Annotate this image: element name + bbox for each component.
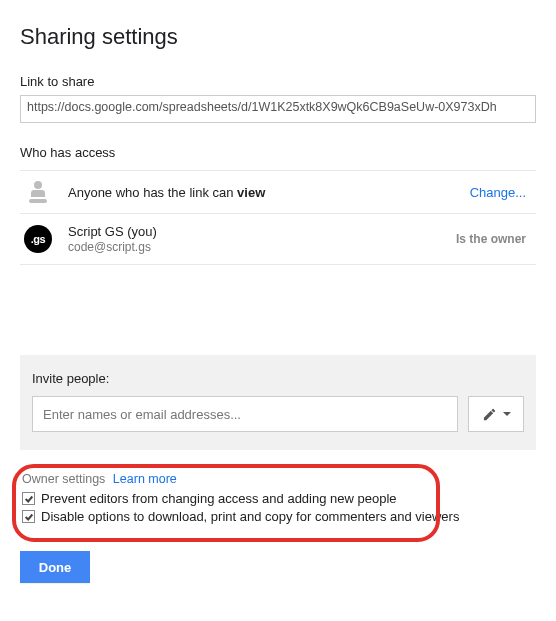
access-row-public-link: Anyone who has the link can view Change.… (20, 170, 536, 213)
owner-option-row: Disable options to download, print and c… (22, 509, 534, 524)
access-text-role: view (237, 185, 265, 200)
owner-option-row: Prevent editors from changing access and… (22, 491, 534, 506)
check-icon (24, 494, 34, 504)
who-has-access-label: Who has access (20, 145, 536, 160)
checkbox-disable-download[interactable] (22, 510, 35, 523)
access-row-owner: .gs Script GS (you) code@script.gs Is th… (20, 213, 536, 264)
owner-email: code@script.gs (68, 240, 456, 254)
owner-option-label: Disable options to download, print and c… (41, 509, 459, 524)
done-button[interactable]: Done (20, 551, 90, 583)
checkbox-prevent-editors[interactable] (22, 492, 35, 505)
access-list: Anyone who has the link can view Change.… (20, 170, 536, 265)
chevron-down-icon (503, 412, 511, 416)
pencil-icon (482, 407, 497, 422)
invite-label: Invite people: (32, 371, 524, 386)
invite-block: Invite people: Enter names or email addr… (20, 355, 536, 450)
public-link-icon (22, 181, 54, 203)
owner-option-label: Prevent editors from changing access and… (41, 491, 397, 506)
owner-settings-heading: Owner settings (22, 472, 105, 486)
change-access-link[interactable]: Change... (470, 185, 534, 200)
owner-name: Script GS (you) (68, 224, 456, 239)
link-to-share-label: Link to share (20, 74, 536, 89)
page-title: Sharing settings (20, 24, 536, 50)
learn-more-link[interactable]: Learn more (113, 472, 177, 486)
permission-dropdown[interactable] (468, 396, 524, 432)
invite-input[interactable]: Enter names or email addresses... (32, 396, 458, 432)
owner-avatar-icon: .gs (22, 225, 54, 253)
access-text-prefix: Anyone who has the link can (68, 185, 237, 200)
check-icon (24, 512, 34, 522)
owner-text: Script GS (you) code@script.gs (68, 224, 456, 254)
access-row-text: Anyone who has the link can view (68, 185, 470, 200)
link-to-share-input[interactable]: https://docs.google.com/spreadsheets/d/1… (20, 95, 536, 123)
owner-settings: Owner settings Learn more Prevent editor… (20, 466, 536, 537)
owner-tag: Is the owner (456, 232, 534, 246)
avatar: .gs (24, 225, 52, 253)
